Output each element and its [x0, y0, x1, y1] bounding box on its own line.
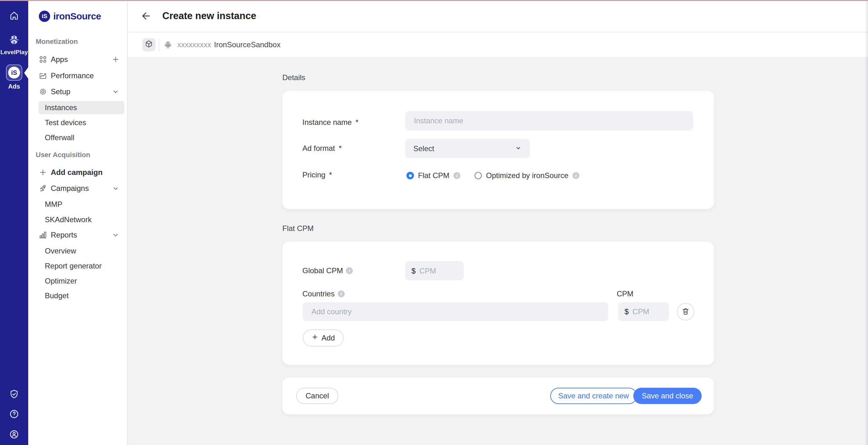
sidebar-item-label: Setup: [51, 87, 70, 96]
sidebar-item-optimizer[interactable]: Optimizer: [45, 274, 77, 288]
home-button[interactable]: [0, 10, 28, 22]
actions-card: Cancel Save and create new Save and clos…: [282, 377, 714, 414]
flat-cpm-section-title: Flat CPM: [282, 222, 714, 235]
section-label-monetization: Monetization: [36, 38, 78, 45]
cube-icon: [145, 40, 153, 50]
sidebar-item-label: SKAdNetwork: [45, 215, 92, 224]
chevron-down-icon: [112, 88, 120, 96]
section-label-user-acquisition: User Acquisition: [36, 151, 90, 158]
sidebar-item-report-generator[interactable]: Report generator: [45, 259, 101, 274]
cancel-button[interactable]: Cancel: [296, 388, 338, 404]
levelplay-nav-item[interactable]: LevelPlay: [0, 34, 28, 56]
privacy-button[interactable]: [0, 389, 28, 401]
sidebar-item-performance[interactable]: Performance: [38, 68, 120, 83]
account-button[interactable]: [0, 429, 28, 441]
app-name: IronSourceSandbox: [214, 40, 280, 49]
pricing-option-optimized[interactable]: Optimized by ironSource i: [474, 171, 580, 180]
app-id-masked: xxxxxxxxx: [177, 40, 211, 49]
help-icon: [9, 409, 20, 420]
page-title: Create new instance: [162, 10, 256, 22]
add-country-input[interactable]: [303, 302, 608, 321]
sidebar-item-reports[interactable]: Reports: [38, 228, 120, 242]
currency-symbol: $: [624, 307, 629, 316]
scrollbar-gutter[interactable]: [865, 0, 868, 445]
instance-name-input[interactable]: [405, 111, 693, 131]
main-area: Create new instance xxxxxxxxx IronSource…: [128, 0, 868, 445]
chevron-down-icon: [112, 231, 120, 239]
sidebar-item-apps[interactable]: Apps: [38, 52, 120, 67]
save-and-create-new-button[interactable]: Save and create new: [550, 388, 637, 404]
global-cpm-input[interactable]: [419, 267, 451, 275]
sidebar-item-label: Optimizer: [45, 277, 77, 285]
sidebar-item-label: Campaigns: [51, 184, 89, 193]
sidebar-item-budget[interactable]: Budget: [45, 288, 69, 303]
sandbox-top-border: [0, 0, 868, 1]
sidebar-item-label: Report generator: [45, 262, 101, 270]
sidebar-item-label: MMP: [45, 200, 62, 209]
sidebar-item-label: Performance: [51, 71, 94, 80]
info-icon[interactable]: i: [346, 267, 353, 274]
radio-label: Optimized by ironSource: [486, 171, 568, 180]
sidebar-item-add-campaign[interactable]: Add campaign: [38, 165, 120, 180]
required-asterisk: *: [329, 171, 332, 179]
levelplay-unity-icon: [8, 34, 20, 47]
user-icon: [9, 429, 20, 441]
sidebar-item-overview[interactable]: Overview: [45, 243, 76, 259]
ironsource-logo[interactable]: iS ironSource: [39, 11, 101, 22]
rocket-icon: [38, 184, 47, 193]
sidebar: iS ironSource Monetization Apps Performa…: [28, 0, 128, 445]
sidebar-item-label: Instances: [45, 103, 77, 112]
cpm-column-header: CPM: [617, 289, 633, 298]
sidebar-item-offerwall[interactable]: Offerwall: [45, 130, 74, 145]
sidebar-item-skadnetwork[interactable]: SKAdNetwork: [45, 212, 92, 227]
delete-country-row-button[interactable]: [677, 303, 694, 320]
help-button[interactable]: [0, 409, 28, 420]
sidebar-item-instances[interactable]: Instances: [38, 101, 124, 114]
info-icon[interactable]: i: [572, 172, 580, 179]
left-rail: LevelPlay iS Ads: [0, 0, 28, 445]
ads-active-box: iS: [6, 65, 22, 81]
ad-format-label: Ad format*: [302, 144, 342, 153]
sidebar-item-label: Budget: [45, 292, 69, 300]
currency-symbol: $: [411, 267, 415, 275]
chevron-down-icon: [112, 184, 120, 193]
radio-label: Flat CPM: [418, 171, 450, 180]
add-app-button[interactable]: [112, 56, 120, 64]
sidebar-item-mmp[interactable]: MMP: [45, 197, 62, 212]
required-asterisk: *: [355, 118, 358, 127]
home-icon: [9, 10, 20, 22]
chevron-down-icon: [515, 145, 522, 153]
global-cpm-label: Global CPM i: [302, 266, 353, 275]
info-icon[interactable]: i: [454, 172, 460, 179]
sidebar-item-test-devices[interactable]: Test devices: [45, 115, 86, 130]
levelplay-label: LevelPlay: [0, 49, 28, 56]
form-content: Details Instance name* Ad format* Select…: [128, 57, 868, 445]
back-button[interactable]: [141, 10, 152, 22]
ad-format-select[interactable]: Select: [405, 139, 530, 158]
sidebar-item-setup[interactable]: Setup: [38, 84, 120, 99]
pricing-option-flat-cpm[interactable]: Flat CPM i: [406, 171, 460, 180]
add-button-label: Add: [321, 334, 335, 342]
app-root: LevelPlay iS Ads iS iron: [0, 0, 868, 445]
breadcrumb-divider: [159, 38, 159, 51]
flat-cpm-card: Global CPM i $ Countries i CPM $: [282, 242, 714, 365]
sidebar-item-campaigns[interactable]: Campaigns: [38, 181, 120, 196]
trash-icon: [682, 307, 690, 316]
performance-chart-icon: [38, 71, 47, 80]
radio-selected-icon[interactable]: [406, 172, 414, 179]
global-cpm-field: $: [405, 261, 464, 280]
info-icon[interactable]: i: [338, 290, 345, 297]
add-country-row-button[interactable]: Add: [303, 330, 344, 346]
radio-unselected-icon[interactable]: [474, 172, 482, 179]
plus-icon: [38, 168, 47, 177]
shield-check-icon: [9, 389, 20, 401]
sidebar-item-label: Overview: [45, 247, 76, 255]
country-cpm-field: $: [618, 302, 669, 321]
country-cpm-input[interactable]: [632, 307, 654, 316]
required-asterisk: *: [339, 144, 342, 153]
apps-grid-icon: [38, 55, 47, 64]
sidebar-item-label: Apps: [51, 55, 68, 64]
pricing-radio-group: Flat CPM i Optimized by ironSource i: [406, 169, 580, 182]
ads-label: Ads: [8, 83, 20, 90]
save-and-close-button[interactable]: Save and close: [633, 388, 702, 404]
